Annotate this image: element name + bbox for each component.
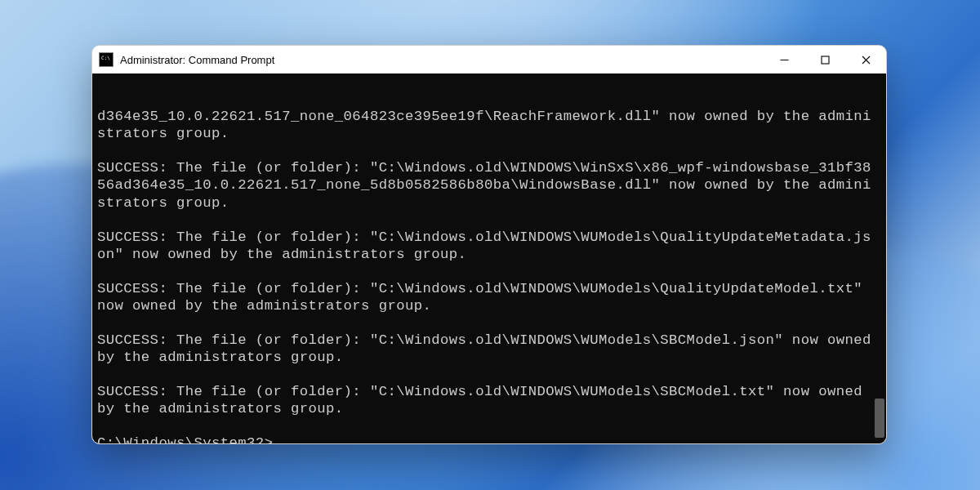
terminal-line: d364e35_10.0.22621.517_none_064823ce395e… — [97, 108, 878, 142]
cmd-icon — [99, 52, 114, 67]
window-title: Administrator: Command Prompt — [120, 54, 274, 66]
terminal-line: SUCCESS: The file (or folder): "C:\Windo… — [97, 383, 878, 417]
terminal-line: SUCCESS: The file (or folder): "C:\Windo… — [97, 229, 878, 263]
terminal-line — [97, 263, 878, 280]
terminal-line: SUCCESS: The file (or folder): "C:\Windo… — [97, 159, 878, 211]
scrollbar-track[interactable] — [873, 74, 886, 443]
terminal-line — [97, 142, 878, 159]
minimize-button[interactable] — [764, 46, 804, 74]
close-button[interactable] — [845, 46, 886, 74]
terminal-prompt[interactable]: C:\Windows\System32> — [97, 434, 878, 443]
terminal-line: SUCCESS: The file (or folder): "C:\Windo… — [97, 332, 878, 366]
terminal-line — [97, 366, 878, 383]
maximize-button[interactable] — [804, 46, 845, 74]
cmd-window: Administrator: Command Prompt d364e35_10… — [91, 45, 887, 444]
terminal-line — [97, 212, 878, 229]
svg-rect-1 — [822, 56, 829, 64]
terminal-output[interactable]: d364e35_10.0.22621.517_none_064823ce395e… — [92, 74, 886, 443]
terminal-line — [97, 417, 878, 434]
terminal-line: SUCCESS: The file (or folder): "C:\Windo… — [97, 280, 878, 314]
scrollbar-thumb[interactable] — [875, 399, 884, 438]
terminal-line — [97, 314, 878, 332]
titlebar[interactable]: Administrator: Command Prompt — [92, 46, 886, 74]
